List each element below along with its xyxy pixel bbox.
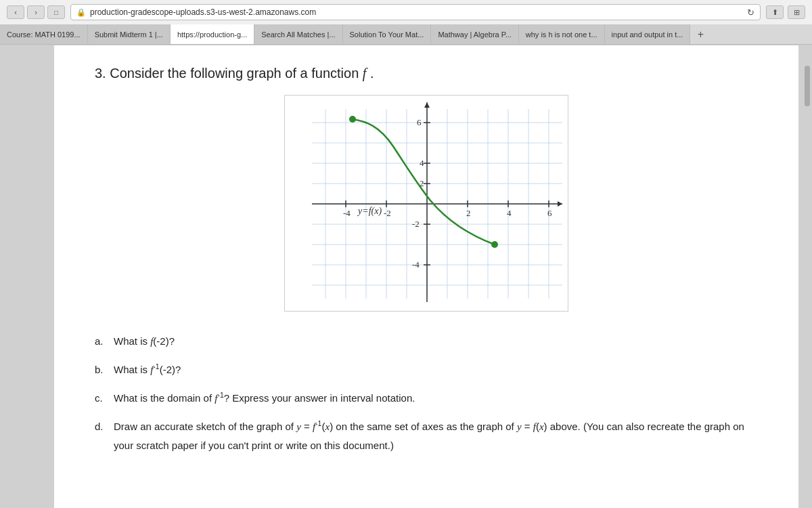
tab-solution[interactable]: Solution To Your Mat... <box>343 24 432 44</box>
svg-text:6: 6 <box>417 117 422 127</box>
main-content: 3. Consider the following graph of a fun… <box>54 45 798 508</box>
svg-text:4: 4 <box>507 208 512 218</box>
forward-button[interactable]: › <box>27 5 45 19</box>
question-part-b: b. What is f-1(-2)? <box>95 360 758 379</box>
question-heading: 3. Consider the following graph of a fun… <box>95 66 758 81</box>
part-b-text: What is f-1(-2)? <box>114 360 758 379</box>
questions-list: a. What is f(-2)? b. What is f-1(-2)? c.… <box>95 332 758 454</box>
part-a-label: a. <box>95 332 108 351</box>
tab-course[interactable]: Course: MATH 0199... <box>0 24 88 44</box>
tab-search[interactable]: Search All Matches |... <box>254 24 342 44</box>
svg-text:-4: -4 <box>412 259 420 270</box>
address-bar[interactable]: 🔒 production-gradescope-uploads.s3-us-we… <box>70 4 761 20</box>
title-bar: ‹ › □ 🔒 production-gradescope-uploads.s3… <box>0 0 812 24</box>
part-a-text: What is f(-2)? <box>114 332 758 351</box>
svg-text:2: 2 <box>466 208 471 218</box>
tab-production[interactable]: https://production-g... <box>171 24 254 44</box>
svg-text:-2: -2 <box>412 219 420 229</box>
svg-text:6: 6 <box>547 208 552 218</box>
question-part-c: c. What is the domain of f-1? Express yo… <box>95 389 758 408</box>
part-d-text: Draw an accurate sketch of the graph of … <box>114 417 758 454</box>
left-sidebar <box>0 45 54 508</box>
part-c-label: c. <box>95 389 108 408</box>
tab-submit[interactable]: Submit Midterm 1 |... <box>88 24 171 44</box>
question-intro-text: Consider the following graph of a functi… <box>110 66 363 81</box>
new-tab-button[interactable]: ⊞ <box>788 5 805 19</box>
svg-text:-4: -4 <box>343 208 351 218</box>
question-number-label: 3. <box>95 66 106 81</box>
browser-chrome: ‹ › □ 🔒 production-gradescope-uploads.s3… <box>0 0 812 45</box>
graph-container: -4 -2 2 4 6 6 4 <box>95 95 758 312</box>
nav-buttons: ‹ › □ <box>7 5 65 19</box>
svg-point-46 <box>491 241 498 248</box>
new-tab-add-button[interactable]: + <box>692 24 709 44</box>
svg-marker-24 <box>424 102 430 108</box>
question-period: . <box>370 66 374 81</box>
lock-icon: 🔒 <box>76 8 86 17</box>
tab-mathway[interactable]: Mathway | Algebra P... <box>431 24 518 44</box>
function-graph: -4 -2 2 4 6 6 4 <box>284 95 568 312</box>
svg-marker-23 <box>558 201 562 207</box>
svg-text:4: 4 <box>420 158 424 168</box>
refresh-button[interactable]: ↻ <box>747 7 754 18</box>
part-b-label: b. <box>95 360 108 379</box>
scrollbar[interactable] <box>805 66 810 106</box>
right-sidebar <box>798 45 812 508</box>
svg-text:y=f(x): y=f(x) <box>357 206 382 217</box>
address-text: production-gradescope-uploads.s3-us-west… <box>90 7 740 17</box>
svg-text:-2: -2 <box>384 208 391 218</box>
part-d-label: d. <box>95 417 108 454</box>
question-part-a: a. What is f(-2)? <box>95 332 758 351</box>
back-button[interactable]: ‹ <box>7 5 24 19</box>
tabs-bar: Course: MATH 0199... Submit Midterm 1 |.… <box>0 24 812 45</box>
page-wrap: 3. Consider the following graph of a fun… <box>0 45 812 508</box>
tab-input-output[interactable]: input and output in t... <box>605 24 691 44</box>
view-toggle-button[interactable]: □ <box>47 5 65 19</box>
tab-why-h[interactable]: why is h is not one t... <box>519 24 605 44</box>
svg-point-45 <box>349 116 356 123</box>
toolbar-right: ⬆ ⊞ <box>766 5 805 19</box>
part-c-text: What is the domain of f-1? Express your … <box>114 389 758 408</box>
question-part-d: d. Draw an accurate sketch of the graph … <box>95 417 758 454</box>
share-button[interactable]: ⬆ <box>766 5 784 19</box>
function-name: f <box>363 66 367 81</box>
